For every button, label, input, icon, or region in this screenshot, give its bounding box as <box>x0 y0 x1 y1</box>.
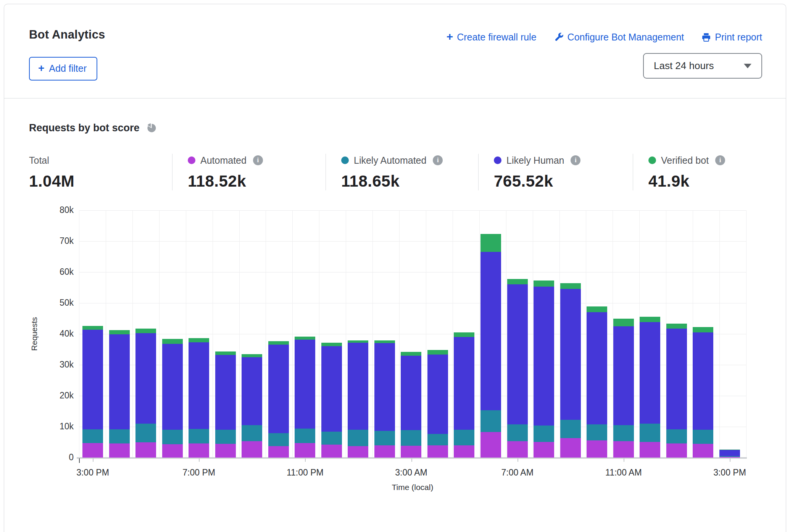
info-icon[interactable] <box>571 155 580 165</box>
bar-segment-automated[interactable] <box>348 446 368 458</box>
bar-segment-verified-bot[interactable] <box>401 352 421 356</box>
bar-segment-automated[interactable] <box>719 457 740 458</box>
bar-segment-automated[interactable] <box>321 445 342 458</box>
bar-segment-automated[interactable] <box>560 438 581 458</box>
bar-segment-likely-human[interactable] <box>189 342 209 429</box>
bar-segment-verified-bot[interactable] <box>534 281 554 287</box>
bar-segment-likely-automated[interactable] <box>82 429 103 443</box>
info-icon[interactable] <box>253 155 263 165</box>
bar-segment-automated[interactable] <box>295 443 315 458</box>
bar-700pm[interactable] <box>189 338 209 458</box>
bar-500pm[interactable] <box>135 329 156 458</box>
bar-800am[interactable] <box>534 281 554 458</box>
bar-segment-verified-bot[interactable] <box>427 350 448 354</box>
bar-segment-automated[interactable] <box>693 444 713 458</box>
bar-segment-automated[interactable] <box>613 441 634 458</box>
bar-segment-verified-bot[interactable] <box>215 351 236 355</box>
bar-segment-verified-bot[interactable] <box>560 283 581 289</box>
bar-segment-likely-automated[interactable] <box>401 430 421 446</box>
bar-segment-automated[interactable] <box>82 443 103 458</box>
bar-segment-likely-human[interactable] <box>162 344 183 430</box>
bar-200am[interactable] <box>374 340 395 458</box>
bar-segment-likely-automated[interactable] <box>480 410 501 432</box>
bar-500am[interactable] <box>454 332 474 458</box>
bar-segment-automated[interactable] <box>215 444 236 458</box>
bar-segment-verified-bot[interactable] <box>268 341 289 345</box>
configure-bot-management-link[interactable]: Configure Bot Management <box>554 32 684 43</box>
bar-segment-likely-automated[interactable] <box>666 429 687 443</box>
bar-segment-automated[interactable] <box>189 443 209 458</box>
bar-segment-automated[interactable] <box>109 443 130 458</box>
bar-1100pm[interactable] <box>295 337 315 458</box>
bar-segment-automated[interactable] <box>507 441 528 458</box>
bar-segment-likely-human[interactable] <box>295 340 315 428</box>
bar-segment-verified-bot[interactable] <box>480 234 501 252</box>
bar-segment-verified-bot[interactable] <box>666 324 687 329</box>
bar-segment-verified-bot[interactable] <box>613 319 634 326</box>
bar-segment-likely-automated[interactable] <box>560 420 581 438</box>
bar-segment-verified-bot[interactable] <box>162 339 183 344</box>
bar-segment-automated[interactable] <box>534 442 554 458</box>
bar-segment-likely-human[interactable] <box>215 355 236 430</box>
print-report-link[interactable]: Print report <box>701 32 762 43</box>
bar-segment-likely-human[interactable] <box>613 326 634 425</box>
bar-segment-verified-bot[interactable] <box>242 354 262 357</box>
bar-segment-verified-bot[interactable] <box>189 338 209 342</box>
add-filter-button[interactable]: Add filter <box>29 57 97 81</box>
bar-segment-likely-human[interactable] <box>82 330 103 429</box>
bar-segment-automated[interactable] <box>587 440 607 458</box>
bar-segment-likely-automated[interactable] <box>189 429 209 443</box>
bar-segment-automated[interactable] <box>242 441 262 458</box>
bar-segment-automated[interactable] <box>374 445 395 458</box>
bar-400am[interactable] <box>427 350 448 458</box>
bar-segment-likely-human[interactable] <box>587 312 607 424</box>
bar-segment-likely-automated[interactable] <box>109 429 130 443</box>
info-icon[interactable] <box>715 155 725 165</box>
time-range-select[interactable]: Last 24 hours <box>643 53 762 79</box>
bar-segment-automated[interactable] <box>640 442 660 458</box>
bar-segment-automated[interactable] <box>427 445 448 458</box>
bar-segment-likely-automated[interactable] <box>268 433 289 446</box>
bar-segment-verified-bot[interactable] <box>321 343 342 347</box>
bar-segment-likely-human[interactable] <box>507 284 528 424</box>
bar-segment-likely-automated[interactable] <box>242 425 262 441</box>
bar-segment-verified-bot[interactable] <box>640 317 660 322</box>
bar-600pm[interactable] <box>162 339 183 458</box>
bar-segment-likely-automated[interactable] <box>374 431 395 445</box>
bar-segment-likely-human[interactable] <box>109 334 130 429</box>
bar-segment-automated[interactable] <box>162 444 183 458</box>
bar-segment-likely-human[interactable] <box>135 333 156 424</box>
bar-segment-automated[interactable] <box>454 445 474 458</box>
bar-segment-likely-human[interactable] <box>321 346 342 432</box>
bar-segment-verified-bot[interactable] <box>693 327 713 332</box>
bar-segment-verified-bot[interactable] <box>82 326 103 330</box>
bar-segment-likely-human[interactable] <box>719 450 740 456</box>
bar-300am[interactable] <box>401 352 421 458</box>
bar-segment-likely-automated[interactable] <box>640 424 660 442</box>
info-icon[interactable] <box>433 155 443 165</box>
bar-segment-likely-human[interactable] <box>401 356 421 430</box>
bar-segment-likely-human[interactable] <box>348 343 368 430</box>
bar-segment-verified-bot[interactable] <box>454 332 474 337</box>
bar-segment-verified-bot[interactable] <box>295 337 315 340</box>
bar-segment-automated[interactable] <box>401 446 421 458</box>
bar-segment-likely-human[interactable] <box>666 329 687 429</box>
bar-200pm[interactable] <box>693 327 713 458</box>
bar-segment-automated[interactable] <box>135 442 156 458</box>
bar-700am[interactable] <box>507 279 528 458</box>
bar-segment-verified-bot[interactable] <box>507 279 528 285</box>
bar-segment-likely-human[interactable] <box>374 343 395 431</box>
bar-segment-likely-automated[interactable] <box>135 424 156 442</box>
bar-1000pm[interactable] <box>268 341 289 458</box>
bar-segment-likely-human[interactable] <box>268 345 289 433</box>
bar-segment-likely-automated[interactable] <box>162 430 183 444</box>
bar-900am[interactable] <box>560 283 581 458</box>
bar-segment-likely-automated[interactable] <box>534 426 554 442</box>
bar-segment-likely-automated[interactable] <box>427 434 448 446</box>
bar-segment-likely-human[interactable] <box>480 252 501 410</box>
bar-1200am[interactable] <box>321 343 342 458</box>
bar-segment-likely-human[interactable] <box>242 357 262 425</box>
bar-300pm[interactable] <box>719 450 740 458</box>
bar-segment-verified-bot[interactable] <box>374 340 395 343</box>
bar-segment-likely-automated[interactable] <box>295 429 315 443</box>
